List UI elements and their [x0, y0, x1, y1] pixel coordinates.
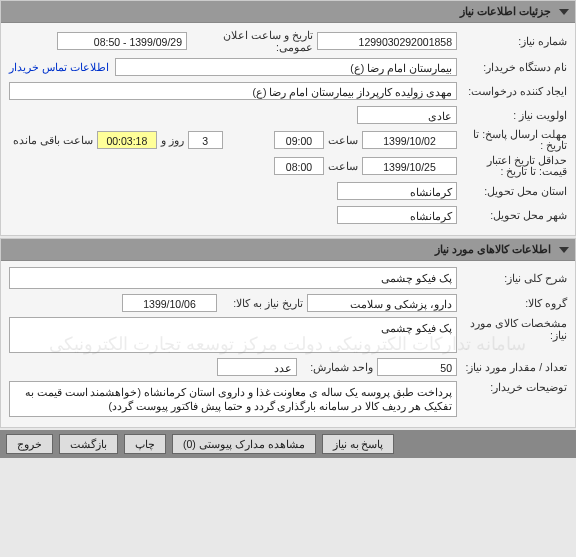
- button-bar: پاسخ به نیاز مشاهده مدارک پیوستی (0) چاپ…: [0, 430, 576, 458]
- request-number-label: شماره نیاز:: [457, 35, 567, 47]
- row-creator: ایجاد کننده درخواست: مهدی زولیده کارپردا…: [9, 81, 567, 101]
- validity-time-field: 08:00: [274, 157, 324, 175]
- row-priority: اولویت نیاز : عادی: [9, 105, 567, 125]
- collapse-arrow-icon: [559, 247, 569, 253]
- days-and-label: روز و: [157, 134, 188, 146]
- days-remaining-field: 3: [188, 131, 223, 149]
- city-label: شهر محل تحویل:: [457, 209, 567, 221]
- buyer-label: نام دستگاه خریدار:: [457, 61, 567, 73]
- deadline-date-field: 1399/10/02: [362, 131, 457, 149]
- desc-label: شرح کلی نیاز:: [457, 272, 567, 284]
- unit-label: واحد شمارش:: [297, 361, 377, 373]
- creator-label: ایجاد کننده درخواست:: [457, 85, 567, 97]
- time-label-1: ساعت: [324, 134, 362, 146]
- collapse-arrow-icon: [559, 9, 569, 15]
- exit-button[interactable]: خروج: [6, 434, 53, 454]
- validity-date-field: 1399/10/25: [362, 157, 457, 175]
- need-details-panel: جزئیات اطلاعات نیاز شماره نیاز: 12990302…: [0, 0, 576, 236]
- remaining-label: ساعت باقی مانده: [9, 134, 97, 146]
- public-date-label: تاریخ و ساعت اعلان عمومی:: [187, 29, 317, 53]
- deadline-label: مهلت ارسال پاسخ: تا تاریخ :: [457, 129, 567, 151]
- priority-label: اولویت نیاز :: [457, 109, 567, 121]
- row-buyer-notes: توضیحات خریدار: پرداخت طبق پروسه یک ساله…: [9, 381, 567, 417]
- unit-field: عدد: [217, 358, 297, 376]
- public-date-field: 1399/09/29 - 08:50: [57, 32, 187, 50]
- province-field: کرمانشاه: [337, 182, 457, 200]
- qty-label: تعداد / مقدار مورد نیاز:: [457, 361, 567, 373]
- timer-field: 00:03:18: [97, 131, 157, 149]
- deadline-time-field: 09:00: [274, 131, 324, 149]
- validity-label: حداقل تاریخ اعتبار قیمت: تا تاریخ :: [457, 155, 567, 177]
- need-by-label: تاریخ نیاز به کالا:: [217, 297, 307, 309]
- buyer-notes-field: پرداخت طبق پروسه یک ساله ی معاونت غذا و …: [9, 381, 457, 417]
- panel1-title: جزئیات اطلاعات نیاز: [460, 5, 551, 17]
- time-label-2: ساعت: [324, 160, 362, 172]
- panel2-body: سامانه تدارکات الکترونیکی دولت مرکز توسع…: [1, 261, 575, 427]
- spec-field: پک فیکو چشمی: [9, 317, 457, 353]
- row-group: گروه کالا: دارو، پزشکی و سلامت تاریخ نیا…: [9, 293, 567, 313]
- group-label: گروه کالا:: [457, 297, 567, 309]
- group-field: دارو، پزشکی و سلامت: [307, 294, 457, 312]
- row-deadline: مهلت ارسال پاسخ: تا تاریخ : 1399/10/02 س…: [9, 129, 567, 151]
- respond-button[interactable]: پاسخ به نیاز: [322, 434, 395, 454]
- spec-label: مشخصات کالای مورد نیاز:: [457, 317, 567, 341]
- goods-info-panel: اطلاعات کالاهای مورد نیاز سامانه تدارکات…: [0, 238, 576, 428]
- row-qty: تعداد / مقدار مورد نیاز: 50 واحد شمارش: …: [9, 357, 567, 377]
- province-label: استان محل تحویل:: [457, 185, 567, 197]
- panel1-body: شماره نیاز: 1299030292001858 تاریخ و ساع…: [1, 23, 575, 235]
- desc-field: پک فیکو چشمی: [9, 267, 457, 289]
- buyer-field: بیمارستان امام رضا (ع): [115, 58, 457, 76]
- row-request-number: شماره نیاز: 1299030292001858 تاریخ و ساع…: [9, 29, 567, 53]
- attachments-button[interactable]: مشاهده مدارک پیوستی (0): [172, 434, 316, 454]
- priority-field: عادی: [357, 106, 457, 124]
- row-spec: مشخصات کالای مورد نیاز: پک فیکو چشمی: [9, 317, 567, 353]
- row-buyer: نام دستگاه خریدار: بیمارستان امام رضا (ع…: [9, 57, 567, 77]
- row-validity: حداقل تاریخ اعتبار قیمت: تا تاریخ : 1399…: [9, 155, 567, 177]
- qty-field: 50: [377, 358, 457, 376]
- need-by-date-field: 1399/10/06: [122, 294, 217, 312]
- request-number-field: 1299030292001858: [317, 32, 457, 50]
- buyer-notes-label: توضیحات خریدار:: [457, 381, 567, 393]
- panel2-header[interactable]: اطلاعات کالاهای مورد نیاز: [1, 239, 575, 261]
- panel2-title: اطلاعات کالاهای مورد نیاز: [435, 243, 551, 255]
- row-province: استان محل تحویل: کرمانشاه: [9, 181, 567, 201]
- row-city: شهر محل تحویل: کرمانشاه: [9, 205, 567, 225]
- city-field: کرمانشاه: [337, 206, 457, 224]
- creator-field: مهدی زولیده کارپرداز بیمارستان امام رضا …: [9, 82, 457, 100]
- row-desc: شرح کلی نیاز: پک فیکو چشمی: [9, 267, 567, 289]
- back-button[interactable]: بازگشت: [59, 434, 118, 454]
- print-button[interactable]: چاپ: [124, 434, 166, 454]
- buyer-contact-link[interactable]: اطلاعات تماس خریدار: [9, 61, 115, 73]
- panel1-header[interactable]: جزئیات اطلاعات نیاز: [1, 1, 575, 23]
